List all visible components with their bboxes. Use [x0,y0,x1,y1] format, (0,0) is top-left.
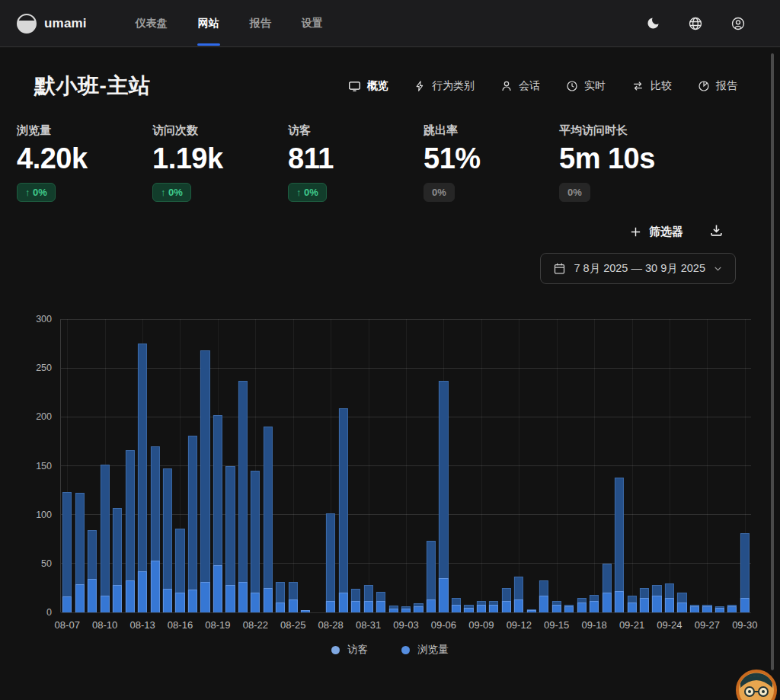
bar-slot [161,319,174,612]
nav-tab-报告[interactable]: 报告 [238,0,283,47]
bar-visitors[interactable] [602,593,611,612]
bar-visitors[interactable] [175,593,184,612]
download-icon [709,223,724,238]
bar-visitors[interactable] [376,601,385,612]
bar-slot: 08-22 [249,319,261,612]
bar-visitors[interactable] [590,601,599,612]
bar-visitors[interactable] [213,565,222,612]
bar-slot [538,319,550,612]
bar-visitors[interactable] [264,588,273,612]
bar-visitors[interactable] [339,593,348,612]
nav-tab-设置[interactable]: 设置 [289,0,335,47]
scrollbar[interactable] [771,53,774,670]
bar-pageviews[interactable] [326,513,335,612]
bar-visitors[interactable] [138,571,147,612]
bar-visitors[interactable] [665,598,674,612]
bar-visitors[interactable] [351,601,360,612]
bar-pageviews[interactable] [264,427,273,612]
bar-visitors[interactable] [652,596,661,612]
view-tab-会话[interactable]: 会话 [500,79,540,93]
bar-visitors[interactable] [150,561,159,612]
bar-visitors[interactable] [225,585,235,612]
nav-tab-仪表盘[interactable]: 仪表盘 [123,0,180,47]
bar-visitors[interactable] [126,580,135,612]
bar-slot: 09-15 [550,319,562,612]
nav-tab-网站[interactable]: 网站 [186,0,232,47]
bar-pageviews[interactable] [188,436,197,612]
metric-浏览量: 浏览量4.20k↑ 0% [17,123,152,202]
bar-pageviews[interactable] [251,471,260,612]
bar-visitors[interactable] [464,608,473,612]
bar-visitors[interactable] [427,599,436,612]
bar-visitors[interactable] [289,599,298,612]
bar-visitors[interactable] [301,610,310,612]
bar-visitors[interactable] [62,596,72,612]
bar-visitors[interactable] [163,589,172,612]
bar-visitors[interactable] [75,584,85,612]
bar-visitors[interactable] [113,585,122,612]
bar-visitors[interactable] [200,582,209,612]
bar-visitors[interactable] [564,606,574,612]
bar-visitors[interactable] [238,582,248,612]
bar-visitors[interactable] [326,601,335,612]
bar-slot [500,319,513,612]
bar-visitors[interactable] [527,610,536,612]
bar-pageviews[interactable] [101,465,110,612]
legend-item-浏览量[interactable]: 浏览量 [401,643,449,657]
user-circle-icon [730,16,746,31]
bar-pageviews[interactable] [339,408,348,612]
bar-visitors[interactable] [577,603,587,612]
bar-pageviews[interactable] [62,492,72,612]
bar-visitors[interactable] [401,609,411,612]
date-range-select[interactable]: 7 8月 2025 — 30 9月 2025 [540,253,736,284]
bar-visitors[interactable] [640,598,649,612]
bar-pageviews[interactable] [238,381,248,612]
bar-visitors[interactable] [502,601,511,612]
metric-value: 811 [288,142,424,175]
bar-visitors[interactable] [477,605,486,612]
bar-visitors[interactable] [514,599,523,612]
theme-toggle-button[interactable] [644,15,661,32]
bar-slot [375,319,387,612]
legend-dot [331,646,340,654]
add-filter-button[interactable]: 筛选器 [629,225,683,239]
bar-visitors[interactable] [677,603,686,612]
bar-visitors[interactable] [251,593,260,612]
brand[interactable]: umami [17,14,87,34]
bar-visitors[interactable] [388,609,398,612]
profile-button[interactable] [730,15,746,32]
view-tab-报告[interactable]: 报告 [698,79,737,93]
bar-visitors[interactable] [615,591,624,612]
bar-visitors[interactable] [740,598,750,612]
bar-slot [312,319,324,612]
view-tab-概览[interactable]: 概览 [348,79,388,93]
bar-visitors[interactable] [715,608,724,612]
bar-visitors[interactable] [702,606,711,612]
bar-visitors[interactable] [414,606,423,612]
bar-slot [450,319,462,612]
bar-visitors[interactable] [627,603,636,612]
bar-visitors[interactable] [552,605,561,612]
bar-visitors[interactable] [489,605,498,612]
bar-visitors[interactable] [539,596,548,612]
legend-item-访客[interactable]: 访客 [331,643,368,657]
view-tab-行为类别[interactable]: 行为类别 [414,79,475,93]
bar-pageviews[interactable] [200,350,209,612]
bar-visitors[interactable] [276,603,285,612]
bar-visitors[interactable] [88,579,97,612]
view-tab-实时[interactable]: 实时 [566,79,606,93]
bar-visitors[interactable] [101,596,110,612]
bar-visitors[interactable] [439,578,448,612]
metric-访客: 访客811↑ 0% [288,123,424,202]
bar-visitors[interactable] [727,606,737,612]
bar-visitors[interactable] [452,605,461,612]
bar-visitors[interactable] [188,590,197,612]
bar-visitors[interactable] [363,601,372,612]
download-button[interactable] [709,223,724,241]
bar-visitors[interactable] [690,606,699,612]
chart-plot[interactable]: 08-0708-1008-1308-1608-1908-2208-2508-28… [60,319,751,612]
view-tab-比较[interactable]: 比较 [631,79,672,93]
bar-slot [412,319,424,612]
language-button[interactable] [687,15,704,32]
traffic-chart: 08-0708-1008-1308-1608-1908-2208-2508-28… [17,319,763,612]
